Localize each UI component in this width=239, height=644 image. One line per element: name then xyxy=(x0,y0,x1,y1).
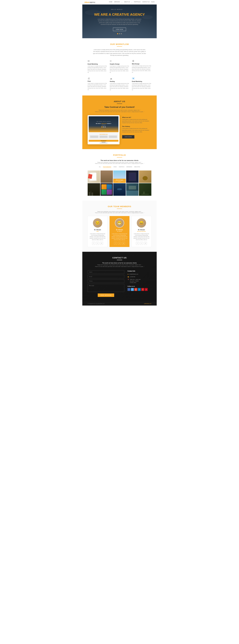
contact-name-input[interactable] xyxy=(88,270,124,274)
phone-text: 123456789 xyxy=(130,276,135,278)
filter-photography[interactable]: PHOTOGRAPHY xyxy=(103,166,112,168)
workflow-text-5: Lorem ipsum is simply dummy text of the … xyxy=(110,83,129,91)
headline-suffix: AGENCY xyxy=(129,12,145,16)
nav-services[interactable]: SERVICES xyxy=(114,1,120,3)
social-skype-1[interactable]: S xyxy=(100,242,103,245)
logo-ideas: ideas xyxy=(84,1,90,3)
contact-divider xyxy=(117,260,122,260)
portfolio-item-3[interactable]: Duis nec tongue Neque porro quisquam id … xyxy=(113,170,126,183)
contact-message-input[interactable] xyxy=(88,284,124,292)
team-socials-1: f 𝕥 S xyxy=(89,242,106,245)
workflow-item-6: 📧 Email Marketing Lorem ipsum is simply … xyxy=(132,77,151,91)
filter-websites[interactable]: WEB SITES xyxy=(134,166,140,168)
portfolio-item-2[interactable] xyxy=(100,170,113,183)
portfolio-item-8[interactable] xyxy=(113,183,126,196)
workflow-description: Lorem Ipsum is simply dummy text of the … xyxy=(93,49,146,56)
team-role-3: Account Director xyxy=(133,231,150,232)
portfolio-item-7[interactable] xyxy=(100,183,113,196)
portfolio-item-4[interactable] xyxy=(126,170,138,183)
portfolio-item-9[interactable] xyxy=(126,183,138,196)
filter-graphics[interactable]: GRAPHICS xyxy=(119,166,124,168)
nav-blog[interactable]: BLOG xyxy=(151,1,154,3)
social-googleplus-btn[interactable]: g+ xyxy=(134,288,137,291)
team-quote1: "Neque porro quisquam est qui dolorem ip… xyxy=(88,211,151,212)
workflow-item-5: ☁ Hosting Lorem ipsum is simply dummy te… xyxy=(110,77,129,91)
nav-home[interactable]: HOME xyxy=(109,1,112,3)
social-pinterest-btn[interactable]: p xyxy=(145,288,148,291)
workflow-title-5: Hosting xyxy=(110,81,129,82)
follow-us: Follow us on f t g+ in yt p xyxy=(128,286,151,291)
filter-branding[interactable]: BRANDING xyxy=(126,166,132,168)
nav-divider1: | xyxy=(122,1,122,3)
team-divider xyxy=(117,208,122,209)
social-twitter-1[interactable]: 𝕥 xyxy=(96,242,99,245)
social-facebook-1[interactable]: f xyxy=(92,242,95,245)
workflow-item-3: 🖥 Web Design Lorem ipsum is simply dummy… xyxy=(132,60,151,73)
social-youtube-btn[interactable]: yt xyxy=(141,288,144,291)
filter-video[interactable]: VIDEO xyxy=(114,166,117,168)
workflow-text-3: Lorem ipsum is simply dummy text of the … xyxy=(132,65,151,73)
mockup-bottom: OUR WORKFLOW xyxy=(89,133,118,140)
nav-portfolio[interactable]: PORTFOLIO xyxy=(134,1,140,3)
send-message-button[interactable]: SEND MESSAGE xyxy=(98,294,114,297)
social-row: f t g+ in yt p xyxy=(128,288,151,291)
portfolio-overlay-3: Duis nec tongue Neque porro quisquam id … xyxy=(113,179,126,183)
nav-about[interactable]: ABOUT US xyxy=(124,1,130,3)
social-linkedin-btn[interactable]: in xyxy=(138,288,141,291)
workflow-text-6: Lorem ipsum is simply dummy text of the … xyxy=(132,83,151,91)
headline-prefix: WE ARE A xyxy=(94,12,112,16)
our-history-text: Lorem ipsum is simply dummy text of the … xyxy=(122,128,151,133)
contact-info-title: Contact Info xyxy=(128,270,151,272)
about-tagline: Take Controal of you Content! xyxy=(88,106,151,108)
hero-dots xyxy=(94,33,145,34)
portfolio-grid: Duis nec tongue Neque porro quisquam id … xyxy=(88,170,151,196)
team-avatar-1: 😊 xyxy=(93,218,102,228)
workflow-icon-6: 📧 xyxy=(132,77,151,80)
portfolio-item-10[interactable] xyxy=(139,183,151,196)
contact-phone: ☎ 123456789 xyxy=(128,276,151,278)
hero-dot-3[interactable] xyxy=(121,33,122,34)
logo[interactable]: ideas agency xyxy=(84,1,95,3)
filter-all[interactable]: ALL xyxy=(99,166,101,168)
social-facebook-3[interactable]: f xyxy=(136,242,139,245)
hero-cta-button[interactable]: VIEW NOW xyxy=(113,28,126,31)
about-title: ABOUT US xyxy=(88,100,151,102)
workflow-divider xyxy=(117,46,122,46)
social-facebook-2[interactable]: f xyxy=(114,242,117,245)
portfolio-item-5[interactable] xyxy=(139,170,151,183)
social-skype-3[interactable]: S xyxy=(144,242,147,245)
hero-description: Lorem ipsum is simply dummy text of the … xyxy=(97,18,142,26)
team-role-2: Dr. Brown xyxy=(111,231,128,232)
team-name-1: Dr. Brown xyxy=(89,229,106,230)
team-section: OUR TEAM MEMBERS "Neque porro quisquam e… xyxy=(82,200,157,252)
social-twitter-btn[interactable]: t xyxy=(131,288,134,291)
social-facebook-btn[interactable]: f xyxy=(128,288,130,291)
nav-contact[interactable]: CONTACT US xyxy=(142,1,150,3)
nav-links: HOME SERVICES | ABOUT US | PORTFOLIO CON… xyxy=(109,1,154,3)
contact-quote1: "Neque porro quisquam est qui dolorem ip… xyxy=(88,264,151,266)
portfolio-item-6[interactable] xyxy=(88,183,100,196)
contact-body: SEND MESSAGE Contact Info ✉ info@Website… xyxy=(88,270,151,297)
contact-info: Contact Info ✉ info@Website.com ☎ 123456… xyxy=(128,270,151,297)
workflow-section: OUR WORKFLOW Lorem Ipsum is simply dummy… xyxy=(82,38,157,96)
hero-dot-2[interactable] xyxy=(119,33,120,34)
hero-headline: WE ARE A CREATIVE AGENCY xyxy=(94,12,145,16)
logo-agency: agency xyxy=(90,1,95,3)
contact-email-input[interactable] xyxy=(88,275,124,278)
social-twitter-2[interactable]: 𝕥 xyxy=(118,242,121,245)
portfolio-quote1: "Neque porro quisquam est qui dolorem ip… xyxy=(88,162,151,163)
team-avatar-2: 😁 xyxy=(115,218,124,228)
contact-form: SEND MESSAGE xyxy=(88,270,124,297)
contact-title: CONTACT US xyxy=(88,256,151,259)
contact-phone-input[interactable] xyxy=(88,280,124,283)
social-twitter-3[interactable]: 𝕥 xyxy=(140,242,143,245)
mockup-cols xyxy=(90,135,118,138)
social-skype-2[interactable]: S xyxy=(122,242,125,245)
hero-section: HELLO WORLD WE ARE A CREATIVE AGENCY Lor… xyxy=(82,4,157,38)
footer-link[interactable]: psdfreebies.com xyxy=(144,303,151,304)
view-more-button[interactable]: VIEW MORE xyxy=(122,135,134,138)
portfolio-item-1[interactable] xyxy=(88,170,100,183)
hero-dot-1[interactable] xyxy=(117,33,118,34)
contact-website: ✉ info@Website.com xyxy=(128,274,151,275)
follow-us-title: Follow us on xyxy=(128,286,151,287)
